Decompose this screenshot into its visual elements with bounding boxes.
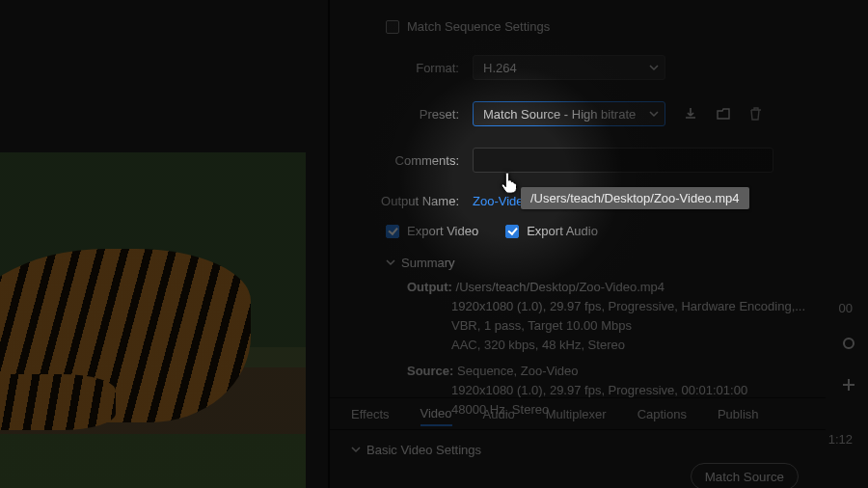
marker-dot-icon [843, 338, 854, 352]
tab-audio[interactable]: Audio [483, 403, 515, 425]
checkbox-icon [386, 225, 399, 238]
preset-action-icons [681, 104, 766, 123]
summary-source-label: Source: [407, 364, 453, 378]
import-preset-button[interactable] [714, 104, 733, 123]
basic-video-section: Basic Video Settings Match Source [330, 439, 826, 488]
summary-output-line2: 1920x1080 (1.0), 29.97 fps, Progressive,… [407, 297, 812, 316]
chevron-down-icon [351, 443, 361, 457]
export-video-checkbox[interactable]: Export Video [386, 224, 478, 238]
tab-video[interactable]: Video [420, 402, 452, 426]
checkbox-icon [505, 225, 519, 238]
tab-captions[interactable]: Captions [637, 403, 687, 425]
match-sequence-label: Match Sequence Settings [407, 19, 550, 34]
export-toggles-row: Export Video Export Audio [345, 224, 812, 238]
chevron-down-icon [386, 256, 395, 270]
comments-row: Comments: [345, 148, 812, 173]
preset-select[interactable]: Match Source - High bitrate [473, 101, 665, 126]
right-gutter [839, 289, 858, 394]
format-value: H.264 [483, 61, 517, 75]
output-path-tooltip: /Users/teach/Desktop/Zoo-Video.mp4 [521, 187, 749, 209]
summary-source-name: Sequence, Zoo-Video [457, 364, 579, 378]
tab-effects[interactable]: Effects [351, 403, 390, 425]
timeline-timecode-fragment-2: 1:12 [828, 432, 853, 447]
svg-point-0 [844, 339, 854, 348]
preset-label: Preset: [345, 107, 473, 122]
match-sequence-checkbox[interactable]: Match Sequence Settings [386, 19, 550, 34]
checkbox-icon [386, 20, 399, 34]
summary-output: Output: /Users/teach/Desktop/Zoo-Video.m… [407, 278, 812, 356]
export-settings-dialog: 00 1:12 Match Sequence Settings Format: … [0, 0, 868, 488]
preset-value: Match Source - High bitrate [483, 107, 636, 122]
summary-output-label: Output: [407, 280, 452, 294]
match-source-button[interactable]: Match Source [691, 463, 799, 488]
chevron-down-icon [649, 63, 659, 72]
basic-video-title: Basic Video Settings [366, 443, 481, 457]
save-preset-button[interactable] [681, 104, 700, 123]
summary-output-line4: AAC, 320 kbps, 48 kHz, Stereo [407, 336, 812, 355]
tab-multiplexer[interactable]: Multiplexer [546, 403, 607, 425]
add-marker-plus-icon[interactable] [839, 375, 858, 394]
chevron-down-icon [649, 109, 659, 119]
output-name-label: Output Name: [345, 194, 473, 208]
summary-header[interactable]: Summary [345, 256, 812, 270]
export-tabs: Effects Video Audio Multiplexer Captions… [330, 397, 826, 430]
format-label: Format: [345, 61, 473, 75]
format-row: Format: H.264 [345, 55, 812, 80]
export-video-label: Export Video [407, 224, 478, 238]
export-audio-label: Export Audio [527, 224, 598, 238]
cursor-pointer-icon [500, 170, 521, 195]
summary-output-line3: VBR, 1 pass, Target 10.00 Mbps [407, 316, 812, 336]
preset-row: Preset: Match Source - High bitrate [345, 101, 812, 126]
comments-label: Comments: [345, 153, 473, 168]
export-audio-checkbox[interactable]: Export Audio [505, 224, 598, 238]
source-preview [0, 152, 306, 488]
summary-title: Summary [401, 256, 455, 270]
preview-subject-tiger [0, 249, 251, 422]
match-sequence-row: Match Sequence Settings [345, 19, 812, 34]
tab-publish[interactable]: Publish [718, 403, 759, 425]
summary-section: Summary Output: /Users/teach/Desktop/Zoo… [345, 256, 812, 420]
format-select[interactable]: H.264 [473, 55, 665, 80]
basic-video-header[interactable]: Basic Video Settings [351, 443, 804, 457]
export-settings-panel: Match Sequence Settings Format: H.264 Pr… [330, 0, 826, 488]
summary-output-path: /Users/teach/Desktop/Zoo-Video.mp4 [456, 280, 665, 294]
delete-preset-button[interactable] [746, 104, 766, 123]
